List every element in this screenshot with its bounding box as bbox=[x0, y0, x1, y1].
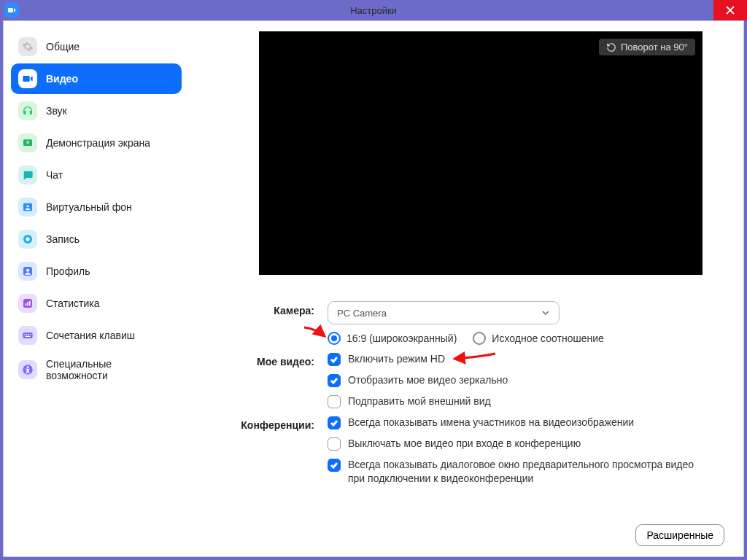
camera-select[interactable]: PC Camera bbox=[328, 301, 560, 324]
content-area: ОбщиеВидеоЗвукДемонстрация экранаЧатВирт… bbox=[3, 20, 744, 557]
sidebar-item-gear[interactable]: Общие bbox=[11, 31, 182, 62]
touchup-label: Подправить мой внешний вид bbox=[348, 394, 491, 408]
aspect-ratio-group: 16:9 (широкоэкранный) Исходное соотношен… bbox=[328, 332, 724, 345]
window-title: Настройки bbox=[350, 5, 397, 16]
my-video-label: Мое видео: bbox=[204, 352, 328, 368]
svg-rect-13 bbox=[26, 334, 27, 335]
sidebar-item-keyboard[interactable]: Сочетания клавиш bbox=[11, 320, 182, 351]
chat-icon bbox=[18, 166, 37, 184]
camera-value: PC Camera bbox=[337, 308, 387, 319]
ratio-original-radio[interactable]: Исходное соотношение bbox=[473, 332, 603, 345]
svg-rect-10 bbox=[29, 301, 31, 306]
profile-icon bbox=[18, 262, 37, 281]
headphones-icon bbox=[18, 101, 37, 120]
record-icon bbox=[18, 230, 37, 249]
sidebar-item-access[interactable]: Специальные возможности bbox=[11, 352, 182, 387]
sidebar-item-headphones[interactable]: Звук bbox=[11, 96, 182, 126]
video-icon bbox=[18, 69, 37, 88]
video-preview: Поворот на 90° bbox=[259, 31, 703, 275]
show-names-label: Всегда показывать имена участников на ви… bbox=[348, 416, 634, 429]
sidebar-item-share[interactable]: Демонстрация экрана bbox=[11, 128, 182, 158]
sidebar-item-label: Общие bbox=[46, 41, 80, 52]
ratio-orig-label: Исходное соотношение bbox=[492, 332, 603, 344]
sidebar-item-label: Запись bbox=[46, 233, 80, 245]
svg-rect-15 bbox=[30, 334, 31, 335]
preview-dialog-checkbox[interactable] bbox=[328, 459, 341, 472]
keyboard-icon bbox=[18, 326, 37, 345]
show-names-checkbox[interactable] bbox=[328, 416, 341, 429]
sidebar: ОбщиеВидеоЗвукДемонстрация экранаЧатВирт… bbox=[4, 21, 189, 556]
main-panel: Поворот на 90° Камера: PC Camera bbox=[189, 21, 743, 556]
svg-point-4 bbox=[26, 237, 29, 241]
sidebar-item-label: Демонстрация экрана bbox=[46, 137, 150, 149]
svg-point-2 bbox=[26, 205, 28, 207]
gear-icon bbox=[18, 37, 37, 56]
titlebar: Настройки bbox=[0, 0, 747, 20]
touchup-checkbox[interactable] bbox=[328, 395, 341, 408]
share-icon bbox=[18, 133, 37, 152]
ratio-wide-label: 16:9 (широкоэкранный) bbox=[347, 332, 457, 344]
close-button[interactable] bbox=[713, 0, 747, 20]
radio-checked-icon bbox=[328, 332, 341, 345]
sidebar-item-label: Профиль bbox=[46, 265, 90, 277]
video-settings-form: Камера: PC Camera 16:9 (ши bbox=[204, 301, 724, 486]
hd-label: Включить режим HD bbox=[348, 352, 445, 366]
advanced-button[interactable]: Расширенные bbox=[635, 524, 724, 546]
sidebar-item-label: Специальные возможности bbox=[46, 358, 174, 381]
svg-point-18 bbox=[27, 366, 29, 368]
ratio-wide-radio[interactable]: 16:9 (широкоэкранный) bbox=[328, 332, 457, 345]
sidebar-item-stats[interactable]: Статистика bbox=[11, 288, 182, 319]
sidebar-item-profile[interactable]: Профиль bbox=[11, 256, 182, 287]
vbg-icon bbox=[18, 198, 37, 217]
svg-rect-11 bbox=[23, 332, 32, 338]
sidebar-item-label: Виртуальный фон bbox=[46, 201, 132, 213]
meetings-label: Конференции: bbox=[204, 416, 328, 431]
svg-rect-14 bbox=[28, 334, 29, 335]
sidebar-item-record[interactable]: Запись bbox=[11, 224, 182, 254]
sidebar-item-label: Статистика bbox=[46, 298, 100, 309]
sidebar-item-label: Чат bbox=[46, 169, 63, 181]
sidebar-item-label: Звук bbox=[46, 105, 67, 117]
rotate-button[interactable]: Поворот на 90° bbox=[599, 39, 695, 55]
svg-point-6 bbox=[26, 269, 29, 272]
mute-video-checkbox[interactable] bbox=[328, 438, 341, 451]
access-icon bbox=[18, 360, 37, 379]
sidebar-item-video[interactable]: Видео bbox=[11, 63, 182, 94]
svg-rect-8 bbox=[26, 303, 27, 306]
mute-video-label: Выключать мое видео при входе в конферен… bbox=[348, 437, 581, 451]
settings-window: Настройки ОбщиеВидеоЗвукДемонстрация экр… bbox=[0, 0, 747, 560]
svg-rect-9 bbox=[27, 302, 28, 306]
sidebar-item-chat[interactable]: Чат bbox=[11, 160, 182, 190]
sidebar-item-vbg[interactable]: Виртуальный фон bbox=[11, 192, 182, 222]
svg-rect-16 bbox=[26, 336, 31, 337]
radio-unchecked-icon bbox=[473, 332, 486, 345]
hd-checkbox[interactable] bbox=[328, 353, 341, 366]
rotate-label: Поворот на 90° bbox=[621, 42, 688, 52]
camera-label: Камера: bbox=[204, 301, 328, 316]
preview-dialog-label: Всегда показывать диалоговое окно предва… bbox=[348, 458, 713, 486]
sidebar-item-label: Видео bbox=[46, 73, 78, 85]
svg-rect-12 bbox=[24, 334, 25, 335]
stats-icon bbox=[18, 294, 37, 313]
sidebar-item-label: Сочетания клавиш bbox=[46, 330, 135, 341]
mirror-label: Отобразить мое видео зеркально bbox=[348, 373, 508, 387]
mirror-checkbox[interactable] bbox=[328, 374, 341, 387]
app-icon bbox=[4, 3, 19, 18]
annotation-arrow-1 bbox=[303, 324, 329, 346]
annotation-arrow-2 bbox=[459, 349, 500, 369]
